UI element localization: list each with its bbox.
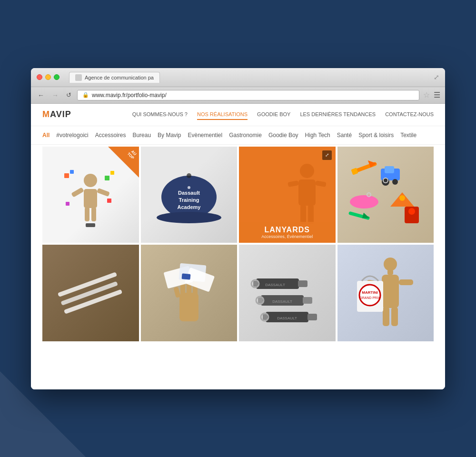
- portfolio-item-3[interactable]: ⤢ LANYARDS Accessoires, Évènementiel: [239, 147, 336, 243]
- svg-rect-57: [303, 297, 312, 304]
- filter-all[interactable]: All: [42, 131, 50, 139]
- svg-point-66: [384, 258, 397, 271]
- nav-tendances[interactable]: LES DERNIÈRES TENDANCES: [300, 109, 376, 120]
- svg-rect-10: [107, 199, 111, 203]
- portfolio-item-4[interactable]: [337, 147, 434, 243]
- svg-rect-6: [64, 173, 69, 178]
- svg-rect-71: [383, 307, 389, 326]
- svg-rect-58: [258, 298, 263, 303]
- browser-tab[interactable]: Agence de communication pa: [69, 72, 160, 83]
- minimize-button[interactable]: [45, 74, 51, 80]
- back-button[interactable]: ←: [36, 90, 46, 100]
- portfolio-grid: AUTOP Dassault: [31, 145, 445, 353]
- svg-rect-12: [86, 223, 95, 227]
- expand-icon[interactable]: ⤢: [434, 73, 439, 81]
- svg-point-19: [188, 186, 190, 189]
- filter-evenementiel[interactable]: Evènementiel: [188, 131, 222, 139]
- svg-rect-63: [263, 314, 268, 320]
- item6-illustration: [151, 255, 227, 331]
- nav-contact[interactable]: CONTACTEZ-NOUS: [385, 109, 434, 120]
- site-logo: MAVIP: [42, 109, 71, 119]
- title-bar: Agence de communication pa ⤢: [31, 68, 445, 87]
- svg-rect-72: [391, 307, 398, 326]
- svg-rect-32: [385, 166, 394, 173]
- address-bar: ← → ↺ 🔒 www.mavip.fr/portfolio-mavip/ ☆ …: [31, 87, 445, 104]
- item2-illustration: Dassault Training Academy: [151, 161, 227, 228]
- filter-goodie-boy[interactable]: Goodie Boy: [268, 131, 298, 139]
- svg-rect-67: [387, 270, 393, 275]
- portfolio-item-7[interactable]: DASSAULT DASSAULT DASSAULT: [239, 245, 336, 341]
- filter-gastronomie[interactable]: Gastronomie: [229, 131, 262, 139]
- site-header: MAVIP QUI SOMMES-NOUS ? NOS RÉALISATIONS…: [31, 104, 445, 126]
- svg-point-41: [408, 208, 415, 215]
- filter-sport-loisirs[interactable]: Sport & loisirs: [358, 131, 394, 139]
- item4-illustration: [343, 157, 428, 233]
- svg-rect-68: [382, 275, 399, 308]
- close-button[interactable]: [37, 74, 42, 80]
- svg-rect-2: [71, 187, 84, 198]
- expand-button[interactable]: ⤢: [322, 150, 332, 160]
- svg-point-15: [187, 173, 191, 178]
- browser-window: Agence de communication pa ⤢ ← → ↺ 🔒 www…: [31, 68, 445, 389]
- svg-rect-23: [315, 180, 326, 187]
- filter-by-mavip[interactable]: By Mavip: [158, 131, 181, 139]
- nav-qui-sommes-nous[interactable]: QUI SOMMES-NOUS ?: [132, 109, 188, 120]
- window-controls: [37, 74, 60, 80]
- maximize-button[interactable]: [54, 74, 60, 80]
- svg-point-0: [84, 174, 97, 187]
- filter-accessoires[interactable]: Accessoires: [95, 131, 126, 139]
- portfolio-item-5[interactable]: [42, 245, 139, 341]
- svg-rect-53: [253, 281, 258, 287]
- filter-bar: All #votrelogoici Accessoires Bureau By …: [31, 126, 445, 145]
- filter-sante[interactable]: Santé: [337, 131, 352, 139]
- svg-rect-50: [181, 273, 190, 280]
- portfolio-item-2[interactable]: Dassault Training Academy: [141, 147, 238, 243]
- item3-title: LANYARDS: [244, 226, 331, 234]
- svg-rect-4: [85, 207, 89, 221]
- svg-point-35: [399, 195, 405, 201]
- svg-rect-5: [91, 207, 96, 221]
- site-nav: QUI SOMMES-NOUS ? NOS RÉALISATIONS GOODI…: [132, 109, 434, 120]
- item3-subtitle: Accessoires, Évènementiel: [244, 234, 331, 239]
- tab-favicon: [75, 74, 82, 81]
- svg-rect-21: [298, 179, 316, 206]
- svg-text:Academy: Academy: [177, 204, 201, 210]
- refresh-button[interactable]: ↺: [64, 90, 73, 99]
- tab-title: Agence de communication pa: [85, 75, 154, 80]
- logo-m: M: [42, 109, 50, 119]
- svg-point-74: [359, 285, 380, 306]
- svg-point-33: [350, 195, 378, 209]
- svg-text:DASSAULT: DASSAULT: [272, 299, 292, 304]
- portfolio-item-6[interactable]: [141, 245, 238, 341]
- nav-nos-realisations[interactable]: NOS RÉALISATIONS: [197, 109, 248, 120]
- svg-rect-7: [70, 170, 74, 174]
- svg-rect-24: [300, 205, 306, 224]
- svg-point-14: [157, 212, 221, 223]
- tab-bar: Agence de communication pa: [69, 72, 430, 83]
- portfolio-item-1[interactable]: AUTOP: [42, 147, 139, 243]
- svg-rect-52: [298, 280, 307, 287]
- forward-button[interactable]: →: [50, 90, 60, 100]
- filter-high-tech[interactable]: High Tech: [305, 131, 330, 139]
- filter-textile[interactable]: Textile: [400, 131, 416, 139]
- url-field[interactable]: 🔒 www.mavip.fr/portfolio-mavip/: [77, 90, 419, 100]
- svg-point-20: [300, 164, 314, 178]
- svg-text:MARTINI: MARTINI: [362, 290, 377, 295]
- svg-rect-46: [173, 287, 180, 298]
- portfolio-item-8[interactable]: MARTINI GRAND PRIX: [337, 245, 434, 341]
- bookmark-icon[interactable]: ☆: [423, 90, 430, 99]
- item3-silhouette: [283, 161, 331, 228]
- item3-overlay: LANYARDS Accessoires, Évènementiel: [239, 222, 336, 243]
- menu-icon[interactable]: ☰: [434, 90, 440, 99]
- svg-point-30: [382, 178, 389, 186]
- svg-text:DASSAULT: DASSAULT: [277, 316, 297, 320]
- item7-illustration: DASSAULT DASSAULT DASSAULT: [247, 259, 327, 326]
- nav-goodie-boy[interactable]: GOODIE BOY: [257, 109, 290, 120]
- logo-text: AVIP: [50, 109, 71, 119]
- svg-rect-3: [97, 188, 110, 197]
- filter-votrelogoici[interactable]: #votrelogoici: [56, 131, 88, 139]
- svg-rect-70: [399, 279, 413, 285]
- filter-bureau[interactable]: Bureau: [132, 131, 151, 139]
- url-text: www.mavip.fr/portfolio-mavip/: [92, 92, 167, 99]
- svg-text:GRAND PRIX: GRAND PRIX: [359, 296, 380, 299]
